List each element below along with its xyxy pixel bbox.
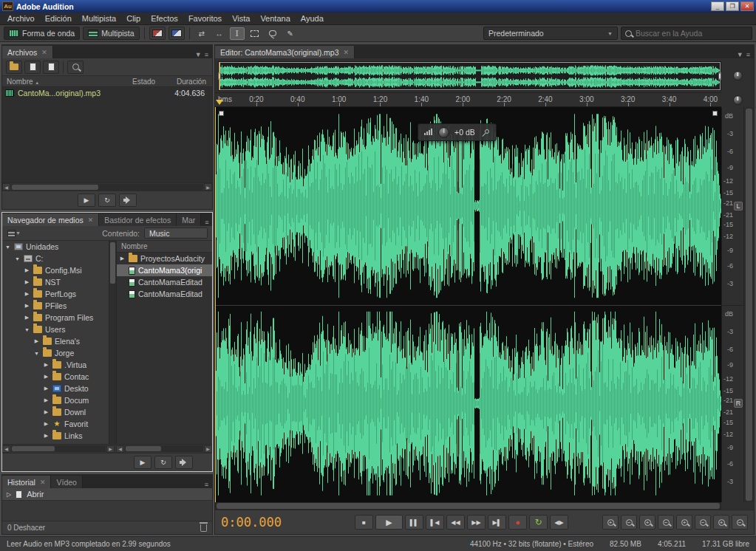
marquee-selection-tool-button[interactable]	[248, 27, 262, 40]
media-list-item[interactable]: ▶ProyectosAudacity	[117, 253, 212, 264]
paintbrush-tool-button[interactable]: ✎	[283, 27, 298, 40]
new-file-button[interactable]	[43, 61, 59, 74]
chevron-right-icon[interactable]: ▶	[33, 338, 40, 344]
overview-strip[interactable]	[218, 61, 721, 91]
scroll-right-icon[interactable]: ▶	[204, 445, 212, 453]
scrollbar-thumb[interactable]	[217, 503, 720, 509]
tree-item[interactable]: ▶Docum	[2, 394, 109, 406]
editor-vscrollbar[interactable]	[743, 107, 754, 502]
menu-item-favoritos[interactable]: Favoritos	[183, 13, 227, 24]
zoom-out-time-button[interactable]: −	[695, 515, 711, 530]
scrollbar-thumb[interactable]	[110, 242, 115, 284]
menu-item-ventana[interactable]: Ventana	[255, 13, 295, 24]
stop-button[interactable]: ■	[355, 515, 373, 530]
selection-grabber-top-left[interactable]	[219, 111, 224, 116]
scroll-left-icon[interactable]: ◀	[2, 183, 10, 191]
scroll-right-icon[interactable]: ▶	[204, 183, 212, 191]
volume-knob[interactable]	[438, 127, 449, 138]
close-icon[interactable]: ✕	[343, 49, 349, 56]
menu-item-clip[interactable]: Clip	[121, 13, 146, 24]
layout-preset-1-button[interactable]	[149, 27, 166, 40]
zoom-in-time-button[interactable]: +	[676, 515, 692, 530]
tab-history-vídeo[interactable]: Vídeo	[51, 476, 82, 488]
chevron-right-icon[interactable]: ▶	[43, 433, 50, 439]
ruler-knob-icon[interactable]	[733, 95, 743, 105]
db-scale[interactable]: dB-3-3-6-6-9-9-12-12-15-15-21-21 dB-3-3-…	[721, 107, 743, 502]
tab-media-bastidor-de-efectos[interactable]: Bastidor de efectos	[99, 213, 177, 226]
menu-item-archivo[interactable]: Archivo	[2, 13, 40, 24]
lasso-selection-tool-button[interactable]	[265, 27, 280, 40]
tree-item[interactable]: ▶PFiles	[2, 300, 109, 312]
skip-to-end-button[interactable]: ▶▌	[488, 515, 506, 530]
media-list-header[interactable]: Nombre	[117, 241, 212, 253]
tree-item[interactable]: ▶Elena's	[2, 335, 109, 347]
menu-item-edición[interactable]: Edición	[40, 13, 77, 24]
zoom-out-amplitude-button[interactable]: −	[732, 515, 748, 530]
chevron-right-icon[interactable]: ▶	[24, 291, 30, 297]
menu-item-efectos[interactable]: Efectos	[146, 13, 183, 24]
scrollbar-thumb[interactable]	[746, 109, 752, 501]
tab-editor[interactable]: Editor: CantoMama3(original).mp3 ✕	[215, 46, 355, 58]
media-panel-menu[interactable]: ≡	[201, 219, 212, 226]
main-waveform-canvas[interactable]	[215, 107, 721, 502]
column-header-status[interactable]: Estado	[132, 78, 168, 86]
overview-waveform-canvas[interactable]	[219, 62, 721, 90]
layout-preset-2-button[interactable]	[168, 27, 185, 40]
media-view-button[interactable]: ▼	[7, 227, 21, 239]
tab-media-navegador-de-medios[interactable]: Navegador de medios✕	[2, 213, 99, 226]
tree-item[interactable]: ▶.Virtua	[2, 359, 109, 371]
chevron-down-icon[interactable]: ▼	[33, 351, 40, 356]
chevron-right-icon[interactable]: ▶	[43, 409, 50, 415]
tree-vscrollbar[interactable]	[109, 241, 116, 444]
tab-media-mar[interactable]: Mar	[177, 213, 201, 226]
playhead-line[interactable]	[219, 62, 220, 90]
menu-item-multipista[interactable]: Multipista	[77, 13, 121, 24]
tree-item[interactable]: ▶Program Files	[2, 312, 109, 324]
scrollbar-thumb[interactable]	[12, 446, 55, 451]
history-item[interactable]: ▷Abrir	[2, 488, 212, 501]
content-dropdown[interactable]: Music	[144, 227, 208, 239]
tree-item[interactable]: ▶★Favorit	[2, 418, 109, 430]
tree-item[interactable]: ▼C:	[2, 253, 109, 264]
title-bar[interactable]: Au Adobe Audition _ ❐ ✕	[0, 0, 756, 13]
tree-item[interactable]: ▶Deskto	[2, 383, 109, 394]
tree-item[interactable]: ▶Contac	[2, 371, 109, 383]
tree-item[interactable]: ▶Downl	[2, 406, 109, 418]
preview-play-button[interactable]: ▶	[78, 194, 95, 207]
skip-selection-button[interactable]: ◀▶	[550, 515, 568, 530]
tab-history-historial[interactable]: Historial✕	[2, 476, 51, 488]
chevron-right-icon[interactable]: ▶	[24, 279, 30, 285]
loop-preview-button[interactable]: ↻	[98, 194, 116, 207]
column-header-duration[interactable]: Duración	[168, 78, 212, 86]
auto-play-button[interactable]	[175, 456, 193, 469]
loop-preview-button[interactable]: ↻	[154, 456, 172, 469]
zoom-out-full-button[interactable]: −	[658, 515, 674, 530]
help-search-input[interactable]	[636, 29, 748, 38]
column-header-name[interactable]: Nombre ▲	[2, 78, 132, 86]
loop-playback-button[interactable]: ↻	[529, 515, 548, 530]
scroll-right-icon[interactable]: ▶	[106, 445, 115, 453]
overview-knob-icon[interactable]	[733, 71, 743, 81]
tree-item[interactable]: ▶Config.Msi	[2, 264, 109, 276]
history-panel-menu[interactable]: ≡	[201, 481, 212, 488]
zoom-in-button[interactable]: +	[602, 515, 619, 530]
open-file-button[interactable]	[6, 61, 22, 74]
chevron-right-icon[interactable]: ▶	[24, 315, 30, 321]
editor-hscrollbar[interactable]	[215, 502, 721, 510]
tree-item[interactable]: ▼Users	[2, 324, 109, 335]
scrollbar-thumb[interactable]	[126, 446, 161, 451]
preview-play-button[interactable]: ▶	[134, 456, 151, 469]
media-list-item[interactable]: CantoMama3(origi	[117, 264, 212, 276]
close-icon[interactable]: ✕	[40, 479, 46, 486]
scrollbar-thumb[interactable]	[12, 185, 98, 190]
scroll-left-icon[interactable]: ◀	[2, 445, 10, 453]
chevron-right-icon[interactable]: ▶	[24, 303, 30, 309]
chevron-right-icon[interactable]: ▶	[43, 374, 50, 380]
timeline-ruler[interactable]: hms 0:200:401:001:201:402:002:202:403:00…	[215, 92, 721, 107]
skip-to-start-button[interactable]: ▌◀	[426, 515, 444, 530]
files-search-button[interactable]	[67, 61, 84, 74]
zoom-out-button[interactable]: −	[621, 515, 637, 530]
rewind-button[interactable]: ◀◀	[446, 515, 465, 530]
minimize-button[interactable]: _	[711, 1, 724, 11]
selection-grabber-top-right[interactable]	[712, 111, 718, 116]
